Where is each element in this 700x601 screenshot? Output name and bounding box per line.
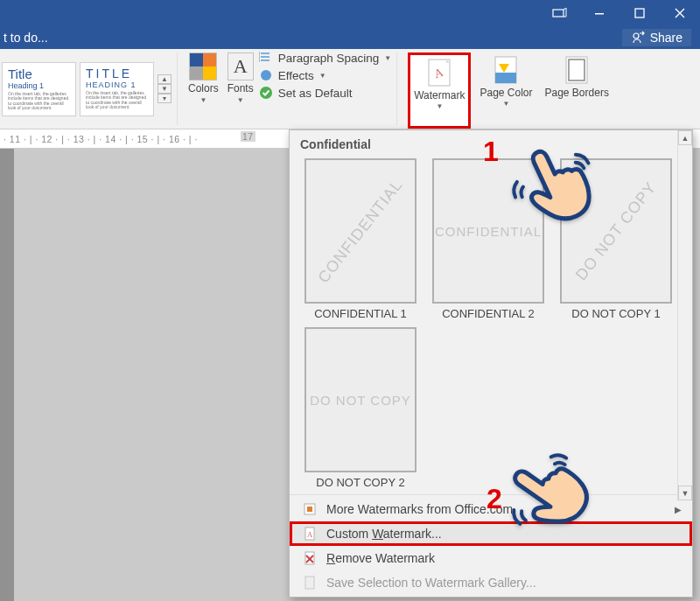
minimize-icon[interactable] <box>579 0 620 26</box>
save-to-gallery-menu-item: Save Selection to Watermark Gallery... <box>290 570 692 595</box>
chevron-down-icon: ▼ <box>237 96 244 104</box>
style-item[interactable]: TITLE HEADING 1 On the insert tab, the g… <box>80 62 154 116</box>
close-icon[interactable] <box>660 0 700 26</box>
divider <box>396 52 397 125</box>
chevron-right-icon: ▶ <box>675 505 682 514</box>
svg-point-3 <box>634 33 639 38</box>
remove-watermark-label: Remove Watermark <box>326 551 435 565</box>
chevron-down-icon: ▼ <box>384 54 391 62</box>
style-item[interactable]: Title Heading 1 On the insert tab, the g… <box>2 62 76 116</box>
watermark-thumb-do-not-copy-1[interactable]: DO NOT COPY DO NOT COPY 1 <box>556 158 676 320</box>
svg-rect-17 <box>305 577 314 589</box>
chevron-down-icon[interactable]: ▼ <box>158 84 172 94</box>
watermark-icon: A <box>425 57 453 88</box>
share-label: Share <box>650 31 682 45</box>
set-as-default-button[interactable]: Set as Default <box>259 86 392 100</box>
formatting-group: Colors ▼ A Fonts ▼ <box>183 49 259 129</box>
style-gallery[interactable]: Title Heading 1 On the insert tab, the g… <box>2 49 172 129</box>
svg-text:A: A <box>307 530 313 539</box>
svg-rect-13 <box>307 507 312 512</box>
scroll-up-icon[interactable]: ▲ <box>678 130 692 145</box>
watermark-thumb-do-not-copy-2[interactable]: DO NOT COPY DO NOT COPY 2 <box>300 327 421 489</box>
share-button[interactable]: Share <box>622 29 691 46</box>
page-color-button[interactable]: Page Color ▼ <box>476 52 536 129</box>
chevron-up-icon[interactable]: ▲ <box>158 74 172 84</box>
divider <box>177 52 178 125</box>
ribbon-display-options-icon[interactable] <box>539 0 579 26</box>
annotation-number-2: 2 <box>486 483 502 515</box>
paragraph-spacing-icon <box>259 51 273 65</box>
share-icon <box>631 31 645 45</box>
chevron-down-icon: ▼ <box>503 101 510 108</box>
watermark-thumb-confidential-1[interactable]: CONFIDENTIAL CONFIDENTIAL 1 <box>300 158 421 320</box>
office-icon <box>302 501 318 517</box>
chevron-down-icon: ▼ <box>436 103 443 111</box>
annotation-number-1: 1 <box>483 136 499 168</box>
page-borders-button[interactable]: Page Borders <box>542 52 612 129</box>
page-borders-icon <box>563 54 591 86</box>
page-background-group: A Watermark ▼ Page Color ▼ Page Borders <box>402 49 618 129</box>
fonts-icon: A <box>228 52 254 80</box>
chevron-down-icon: ▼ <box>200 96 206 104</box>
ribbon-tell-me-bar: t to do... Share <box>0 26 700 49</box>
svg-rect-1 <box>595 13 604 15</box>
maximize-icon[interactable] <box>620 0 660 26</box>
watermark-dropdown: Confidential CONFIDENTIAL CONFIDENTIAL 1… <box>289 129 693 598</box>
svg-rect-2 <box>635 9 644 17</box>
colors-button[interactable]: Colors ▼ <box>188 52 219 104</box>
more-icon[interactable]: ▾ <box>158 94 172 103</box>
ribbon: Title Heading 1 On the insert tab, the g… <box>0 49 700 129</box>
svg-rect-0 <box>553 10 564 17</box>
remove-watermark-menu-item[interactable]: Remove Watermark <box>290 546 692 570</box>
svg-point-4 <box>261 70 271 80</box>
custom-watermark-menu-item[interactable]: A Custom Watermark... <box>290 521 692 546</box>
window-titlebar <box>0 0 700 26</box>
watermark-button[interactable]: A Watermark ▼ <box>408 52 471 129</box>
effects-icon <box>259 68 273 82</box>
page-icon: A <box>302 526 318 542</box>
page-color-icon <box>492 54 520 86</box>
fonts-button[interactable]: A Fonts ▼ <box>228 52 254 104</box>
remove-icon <box>302 550 318 566</box>
paragraph-spacing-button[interactable]: Paragraph Spacing ▼ <box>259 51 392 65</box>
style-gallery-nav[interactable]: ▲ ▼ ▾ <box>158 74 172 103</box>
colors-icon <box>189 52 217 80</box>
chevron-down-icon: ▼ <box>319 72 326 80</box>
gallery-scrollbar[interactable]: ▲ ▼ <box>677 130 692 500</box>
svg-rect-9 <box>495 73 516 83</box>
document-formatting-group: Paragraph Spacing ▼ Effects ▼ Set as Def… <box>259 49 392 129</box>
watermark-gallery: CONFIDENTIAL CONFIDENTIAL 1 CONFIDENTIAL… <box>290 157 692 494</box>
custom-watermark-label: Custom Watermark... <box>326 527 442 541</box>
tell-me-text[interactable]: t to do... <box>4 31 48 45</box>
watermark-thumb-confidential-2[interactable]: CONFIDENTIAL CONFIDENTIAL 2 <box>428 158 549 320</box>
effects-button[interactable]: Effects ▼ <box>259 68 392 82</box>
check-icon <box>259 86 273 100</box>
save-icon <box>302 575 318 591</box>
